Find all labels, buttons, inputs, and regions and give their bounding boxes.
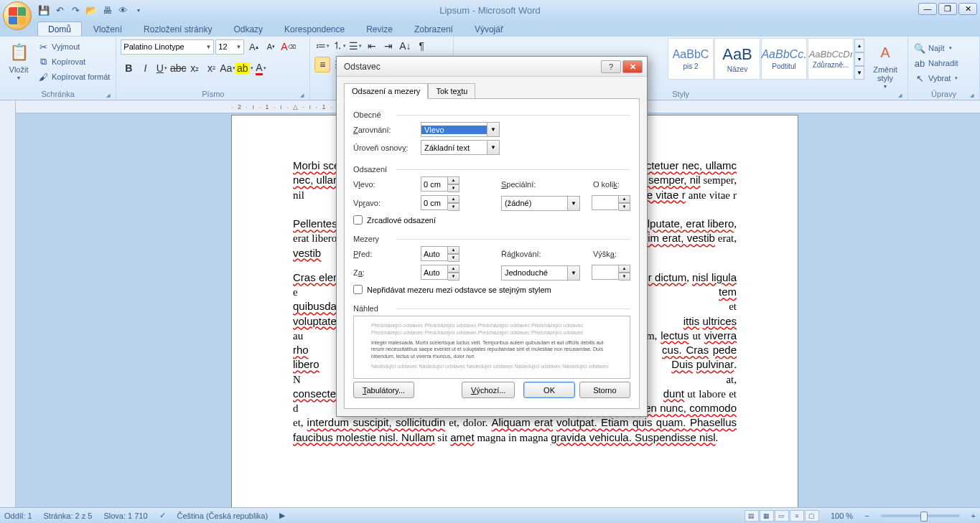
highlight-button[interactable]: ab (236, 60, 252, 76)
dialog-help-button[interactable]: ? (601, 60, 621, 73)
save-icon[interactable]: 💾 (37, 4, 50, 17)
chevron-down-icon: ▼ (567, 197, 579, 210)
font-size-combo[interactable]: 12▼ (215, 39, 244, 55)
bullets-button[interactable]: ≔ (314, 38, 330, 54)
web-view[interactable]: ▭ (775, 510, 789, 522)
dialog-titlebar[interactable]: Odstavec ? ✕ (337, 57, 647, 77)
outline-combo[interactable]: Základní text▼ (421, 140, 500, 155)
replace-button[interactable]: abNahradit (913, 56, 960, 70)
find-button[interactable]: 🔍Najít▾ (913, 41, 960, 55)
bold-button[interactable]: B (121, 60, 136, 76)
font-color-button[interactable]: A (253, 60, 269, 76)
tab-view[interactable]: Zobrazení (404, 22, 463, 36)
macro-icon[interactable]: ▶ (279, 511, 285, 520)
change-case-button[interactable]: Aa (220, 60, 235, 76)
subscript-button[interactable]: x₂ (187, 60, 202, 76)
minimize-button[interactable]: — (918, 3, 937, 15)
indent-section-label: Odsazení (353, 165, 630, 174)
tabs-button[interactable]: Tabulátory... (353, 382, 414, 398)
by-value[interactable] (592, 195, 619, 210)
strikethrough-button[interactable]: abc (170, 60, 186, 76)
after-spinner[interactable]: ▲▼ (421, 265, 459, 281)
outline-view[interactable]: ≡ (790, 510, 804, 522)
superscript-button[interactable]: x² (203, 60, 219, 76)
format-painter-button[interactable]: 🖌Kopírovat formát (36, 70, 111, 84)
before-spinner[interactable]: ▲▼ (421, 246, 459, 262)
left-indent-spinner[interactable]: ▲▼ (421, 176, 459, 192)
sort-button[interactable]: A↓ (397, 38, 413, 54)
tab-home[interactable]: Domů (37, 22, 82, 36)
cancel-button[interactable]: Storno (579, 382, 630, 398)
numbering-button[interactable]: ⒈ (331, 38, 347, 54)
style-item[interactable]: AaBbCpis 2 (668, 38, 714, 80)
full-screen-view[interactable]: ▦ (760, 510, 774, 522)
mirror-indent-checkbox[interactable] (353, 215, 363, 225)
ok-button[interactable]: OK (523, 382, 574, 398)
right-indent-spinner[interactable]: ▲▼ (421, 195, 459, 211)
increase-indent-button[interactable]: ⇥ (381, 38, 396, 54)
redo-icon[interactable]: ↷ (69, 4, 82, 17)
zoom-slider[interactable] (881, 514, 960, 517)
line-spacing-combo[interactable]: Jednoduché▼ (501, 265, 580, 281)
qat-customize-icon[interactable]: ▾ (132, 4, 145, 17)
special-combo[interactable]: (žádné)▼ (501, 196, 580, 211)
before-value[interactable] (421, 246, 448, 261)
by-spinner[interactable]: ▲▼ (592, 195, 630, 211)
style-item[interactable]: AaBNázev (714, 38, 760, 80)
italic-button[interactable]: I (137, 60, 153, 76)
tab-mailings[interactable]: Korespondence (274, 22, 355, 36)
tab-insert[interactable]: Vložení (83, 22, 132, 36)
left-indent-value[interactable] (421, 176, 448, 192)
dialog-title: Odstavec (344, 62, 381, 72)
font-name-combo[interactable]: Palatino Linotype▼ (121, 39, 214, 55)
align-left-button[interactable]: ≡ (314, 57, 330, 72)
tab-references[interactable]: Odkazy (223, 22, 273, 36)
cut-button[interactable]: ✂Vyjmout (36, 39, 111, 54)
tab-review[interactable]: Revize (356, 22, 403, 36)
alignment-combo[interactable]: Vlevo▼ (421, 122, 500, 137)
vertical-ruler[interactable] (0, 100, 16, 507)
status-page[interactable]: Stránka: 2 z 5 (44, 512, 93, 520)
style-item[interactable]: AaBbCc.Podtitul (761, 38, 807, 80)
no-space-checkbox[interactable] (353, 285, 363, 294)
status-words[interactable]: Slova: 1 710 (103, 512, 147, 520)
office-button[interactable] (3, 1, 32, 30)
at-value[interactable] (592, 265, 619, 280)
open-icon[interactable]: 📂 (85, 4, 98, 17)
gallery-scroll[interactable]: ▴▾▼ (854, 39, 864, 80)
maximize-button[interactable]: ❐ (938, 3, 957, 15)
zoom-in-button[interactable]: + (971, 512, 976, 520)
tab-page-layout[interactable]: Rozložení stránky (134, 22, 222, 36)
after-value[interactable] (421, 265, 448, 280)
change-styles-button[interactable]: A Změnit styly ▼ (867, 38, 903, 89)
print-layout-view[interactable]: ▤ (745, 510, 759, 522)
status-language[interactable]: Čeština (Česká republika) (177, 512, 269, 520)
shrink-font-button[interactable]: A▾ (263, 39, 279, 55)
proofing-icon[interactable]: ✓ (159, 511, 166, 520)
multilevel-button[interactable]: ☰ (347, 38, 363, 54)
dialog-close-button[interactable]: ✕ (622, 60, 643, 73)
at-spinner[interactable]: ▲▼ (592, 265, 630, 281)
right-indent-value[interactable] (421, 195, 448, 210)
zoom-level[interactable]: 100 % (831, 512, 853, 520)
grow-font-button[interactable]: A▴ (246, 39, 261, 55)
select-button[interactable]: ↖Vybrat▾ (913, 71, 960, 85)
show-marks-button[interactable]: ¶ (414, 38, 429, 54)
draft-view[interactable]: ▢ (805, 510, 819, 522)
tab-developer[interactable]: Vývojář (465, 22, 513, 36)
dialog-tab-flow[interactable]: Tok textu (428, 83, 475, 99)
paste-button[interactable]: 📋 Vložit ▼ (4, 38, 33, 80)
clear-formatting-button[interactable]: A⌫ (280, 39, 296, 55)
dialog-tab-indents[interactable]: Odsazení a mezery (344, 83, 428, 99)
underline-button[interactable]: U (154, 60, 169, 76)
status-section[interactable]: Oddíl: 1 (4, 512, 32, 520)
undo-icon[interactable]: ↶ (53, 4, 66, 17)
copy-button[interactable]: ⧉Kopírovat (36, 55, 111, 69)
close-button[interactable]: ✕ (958, 3, 977, 15)
print-icon[interactable]: 🖶 (101, 4, 113, 17)
decrease-indent-button[interactable]: ⇤ (364, 38, 380, 54)
default-button[interactable]: Výchozí... (462, 382, 515, 398)
style-item[interactable]: AaBbCcDıZdůrazně... (808, 38, 854, 80)
zoom-out-button[interactable]: − (864, 512, 869, 520)
preview-icon[interactable]: 👁 (116, 4, 129, 17)
